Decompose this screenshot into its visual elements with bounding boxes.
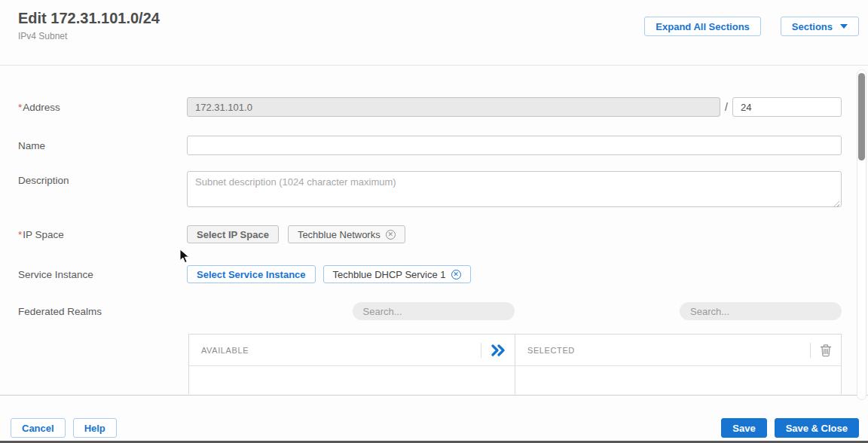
ip-space-tag[interactable]: Techblue Networks ✕ [288, 225, 405, 243]
name-label: Name [18, 140, 187, 151]
page-title: Edit 172.31.101.0/24 [18, 10, 160, 27]
available-column: AVAILABLE [189, 335, 515, 394]
ip-space-tag-label: Techblue Networks [298, 229, 381, 240]
chevron-down-icon [840, 24, 848, 29]
select-ip-space-button[interactable]: Select IP Space [187, 225, 279, 243]
header-buttons: Expand All Sections Sections [644, 17, 859, 36]
cancel-button[interactable]: Cancel [11, 418, 66, 438]
double-chevron-right-icon [491, 344, 506, 356]
description-textarea-wrap [187, 171, 842, 210]
vertical-scrollbar-thumb[interactable] [858, 73, 865, 160]
save-and-close-button[interactable]: Save & Close [775, 418, 859, 438]
help-button[interactable]: Help [73, 418, 117, 438]
description-label: Description [18, 171, 187, 186]
clear-selected-button[interactable] [820, 344, 832, 357]
select-service-instance-button[interactable]: Select Service Instance [187, 265, 316, 283]
available-header-label: AVAILABLE [201, 346, 249, 355]
move-all-right-button[interactable] [491, 344, 506, 356]
description-field-area [187, 171, 842, 210]
cidr-input[interactable] [732, 97, 842, 117]
sections-dropdown-label: Sections [792, 21, 833, 32]
service-instance-label: Service Instance [18, 269, 187, 280]
footer-bar: Cancel Help Save Save & Close [0, 395, 868, 443]
service-instance-tag[interactable]: Techblue DHCP Service 1 ✕ [323, 265, 471, 283]
available-column-header: AVAILABLE [189, 335, 515, 366]
header-divider [810, 343, 811, 358]
address-input [187, 97, 720, 117]
federated-realms-label: Federated Realms [18, 306, 187, 317]
selected-search-half [515, 302, 842, 320]
service-instance-row: Service Instance Select Service Instance… [18, 265, 842, 283]
footer-right-buttons: Save Save & Close [721, 418, 859, 438]
address-row: *Address / [18, 97, 842, 117]
page-subtitle: IPv4 Subnet [18, 31, 67, 41]
selected-header-label: SELECTED [527, 346, 575, 355]
sections-dropdown-button[interactable]: Sections [781, 17, 859, 36]
available-search-half [187, 302, 515, 320]
required-asterisk: * [18, 102, 22, 113]
federated-realms-dual-list: AVAILABLE SELECTED [188, 334, 842, 394]
address-label: *Address [18, 102, 187, 113]
required-asterisk: * [18, 229, 22, 240]
expand-all-sections-button[interactable]: Expand All Sections [644, 17, 761, 36]
name-input[interactable] [187, 136, 842, 155]
ip-space-row: *IP Space Select IP Space Techblue Netwo… [18, 225, 842, 243]
selected-column: SELECTED [515, 335, 841, 394]
description-row: Description [18, 171, 842, 210]
service-instance-tag-label: Techblue DHCP Service 1 [333, 269, 446, 280]
vertical-scrollbar-track[interactable] [857, 69, 866, 400]
federated-realms-search-area [187, 302, 842, 320]
ip-space-label: *IP Space [18, 229, 187, 240]
cidr-separator: / [725, 101, 728, 113]
page-header: Edit 172.31.101.0/24 IPv4 Subnet Expand … [0, 0, 868, 66]
federated-realms-row: Federated Realms [18, 302, 842, 320]
save-button[interactable]: Save [721, 418, 766, 438]
mouse-cursor-icon [179, 249, 193, 264]
address-field-area: / [187, 97, 842, 117]
selected-column-header: SELECTED [515, 335, 841, 366]
header-divider [481, 343, 481, 358]
name-row: Name [18, 136, 842, 155]
remove-tag-icon[interactable]: ✕ [386, 230, 396, 240]
name-field-area [187, 136, 842, 155]
description-textarea[interactable] [187, 171, 842, 207]
available-search-input[interactable] [353, 302, 515, 320]
remove-tag-icon[interactable]: ✕ [451, 270, 461, 280]
footer-left-buttons: Cancel Help [11, 418, 117, 438]
ip-space-field-area: Select IP Space Techblue Networks ✕ [187, 225, 842, 243]
trash-icon [820, 344, 832, 357]
service-instance-field-area: Select Service Instance Techblue DHCP Se… [187, 265, 842, 283]
selected-search-input[interactable] [680, 302, 842, 320]
